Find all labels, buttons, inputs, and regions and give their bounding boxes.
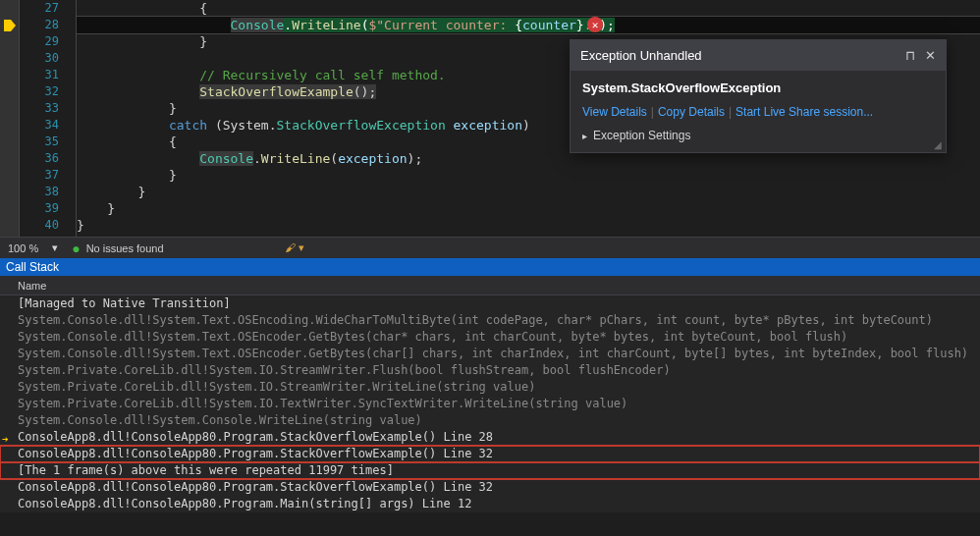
issues-status[interactable]: ●No issues found <box>72 241 163 256</box>
callstack-frame-text: ConsoleApp8.dll!ConsoleApp80.Program.Sta… <box>18 430 493 444</box>
callstack-column-header[interactable]: Name <box>0 276 980 295</box>
callstack-row[interactable]: [Managed to Native Transition] <box>0 295 980 312</box>
popup-titlebar[interactable]: Exception Unhandled ⊓ ✕ <box>571 40 946 71</box>
cleanup-icon[interactable]: 🖌 ▾ <box>285 241 304 254</box>
popup-links: View Details|Copy Details|Start Live Sha… <box>582 105 934 119</box>
callstack-row[interactable]: System.Private.CoreLib.dll!System.IO.Str… <box>0 379 980 396</box>
callstack-frame-text: ConsoleApp8.dll!ConsoleApp80.Program.Sta… <box>18 447 493 460</box>
popup-title-text: Exception Unhandled <box>580 48 702 63</box>
copy-details-link[interactable]: Copy Details <box>658 105 725 119</box>
exception-helper-popup: Exception Unhandled ⊓ ✕ System.StackOver… <box>570 39 947 153</box>
callstack-frame-text: System.Private.CoreLib.dll!System.IO.Str… <box>18 380 535 394</box>
exception-type-text: System.StackOverflowException <box>582 80 934 95</box>
callstack-frame-text: [The 1 frame(s) above this were repeated… <box>18 463 394 477</box>
zoom-level[interactable]: 100 % <box>8 242 38 254</box>
callstack-frame-text: System.Console.dll!System.Console.WriteL… <box>18 413 422 427</box>
exception-settings-expander[interactable]: Exception Settings <box>582 129 934 142</box>
callstack-row[interactable]: System.Private.CoreLib.dll!System.IO.Str… <box>0 362 980 379</box>
exception-badge-icon[interactable]: ✕ <box>587 17 603 32</box>
editor-status-bar: 100 % ▾ ●No issues found 🖌 ▾ <box>0 237 980 258</box>
current-frame-arrow-icon: ➔ <box>2 431 9 446</box>
callstack-row[interactable]: ➔ConsoleApp8.dll!ConsoleApp80.Program.St… <box>0 429 980 446</box>
callstack-row[interactable]: System.Private.CoreLib.dll!System.IO.Tex… <box>0 396 980 412</box>
callstack-frame-text: System.Console.dll!System.Text.OSEncoder… <box>18 330 847 344</box>
callstack-row[interactable]: [The 1 frame(s) above this were repeated… <box>0 462 980 479</box>
callstack-row[interactable]: System.Console.dll!System.Text.OSEncoder… <box>0 346 980 362</box>
code-editor[interactable]: 272829 303132 333435 363738 3940 { Conso… <box>0 0 980 237</box>
outlining-margin[interactable] <box>61 0 77 237</box>
live-share-link[interactable]: Start Live Share session... <box>735 105 873 119</box>
callstack-row[interactable]: System.Console.dll!System.Text.OSEncoder… <box>0 329 980 346</box>
callstack-row[interactable]: ConsoleApp8.dll!ConsoleApp80.Program.Sta… <box>0 446 980 462</box>
callstack-frame-text: System.Console.dll!System.Text.OSEncoder… <box>18 347 968 360</box>
callstack-frame-text: [Managed to Native Transition] <box>18 296 231 310</box>
callstack-row[interactable]: System.Console.dll!System.Console.WriteL… <box>0 412 980 429</box>
callstack-frame-text: ConsoleApp8.dll!ConsoleApp80.Program.Mai… <box>18 497 471 510</box>
resize-grip-icon[interactable]: ◢ <box>934 139 942 150</box>
current-statement-indicator <box>0 17 20 33</box>
callstack-row[interactable]: System.Console.dll!System.Text.OSEncodin… <box>0 312 980 329</box>
pin-icon[interactable]: ⊓ <box>905 48 915 63</box>
close-icon[interactable]: ✕ <box>925 48 936 63</box>
callstack-frame-text: System.Private.CoreLib.dll!System.IO.Tex… <box>18 397 627 410</box>
callstack-frame-text: System.Console.dll!System.Text.OSEncodin… <box>18 313 933 327</box>
callstack-panel[interactable]: Name [Managed to Native Transition]Syste… <box>0 276 980 512</box>
callstack-frame-text: System.Private.CoreLib.dll!System.IO.Str… <box>18 363 671 377</box>
callstack-panel-title[interactable]: Call Stack <box>0 258 980 276</box>
check-icon: ● <box>72 241 80 256</box>
breakpoint-gutter[interactable] <box>0 0 20 237</box>
callstack-row[interactable]: ConsoleApp8.dll!ConsoleApp80.Program.Sta… <box>0 479 980 496</box>
callstack-row[interactable]: ConsoleApp8.dll!ConsoleApp80.Program.Mai… <box>0 496 980 512</box>
line-number-gutter: 272829 303132 333435 363738 3940 <box>20 0 61 237</box>
callstack-frame-text: ConsoleApp8.dll!ConsoleApp80.Program.Sta… <box>18 480 493 494</box>
view-details-link[interactable]: View Details <box>582 105 647 119</box>
